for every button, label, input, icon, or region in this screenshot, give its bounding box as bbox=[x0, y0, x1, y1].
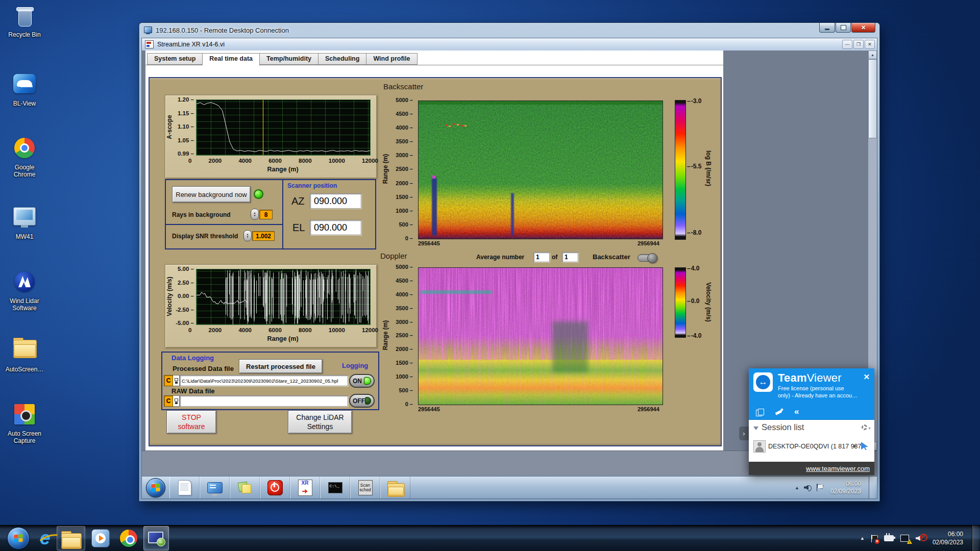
remote-taskbar-notepad[interactable] bbox=[169, 477, 200, 498]
collapse-chevrons-icon[interactable]: « bbox=[794, 408, 799, 415]
remote-taskbar-shutdown[interactable] bbox=[260, 477, 290, 498]
teamviewer-collapse-handle[interactable]: › bbox=[739, 427, 749, 440]
desktop-icon-mw41[interactable]: MW41 bbox=[0, 204, 49, 240]
remote-start-button[interactable] bbox=[142, 477, 169, 498]
app-restore-button[interactable]: ❐ bbox=[853, 40, 864, 49]
desktop-icon-recycle-bin[interactable]: Recycle Bin bbox=[0, 5, 49, 38]
processed-data-file-label: Processed Data file bbox=[173, 365, 234, 372]
average-number-label: Average number bbox=[476, 254, 524, 261]
remote-speaker-icon[interactable] bbox=[804, 484, 812, 491]
host-network-warning-icon[interactable]: ! bbox=[900, 535, 909, 542]
teamviewer-link[interactable]: www.teamviewer.com bbox=[806, 465, 870, 472]
desktop-icon-wind-lidar[interactable]: Wind Lidar Software bbox=[0, 269, 49, 312]
remote-taskbar-display-settings[interactable] bbox=[200, 477, 230, 498]
backscatter-y-ticks: 5000450040003500300025002000150010005000 bbox=[393, 97, 413, 241]
remote-taskbar-explorer[interactable] bbox=[380, 477, 410, 498]
raw-drive-box[interactable]: C bbox=[164, 395, 173, 407]
host-taskbar-internet-explorer[interactable]: e bbox=[36, 527, 55, 550]
host-speaker-muted-icon[interactable] bbox=[916, 535, 924, 542]
app-minimize-button[interactable]: — bbox=[842, 40, 852, 49]
processed-logging-toggle[interactable]: ON bbox=[349, 374, 375, 388]
cmd-icon-text: C:\_ bbox=[330, 484, 339, 488]
streamline-titlebar[interactable]: StreamLine XR v14-6.vi — ❐ ✕ bbox=[142, 38, 877, 51]
gear-icon[interactable] bbox=[862, 424, 867, 430]
raw-path-browse-icon[interactable] bbox=[173, 395, 180, 407]
desktop-icon-auto-screen-capture[interactable]: Auto Screen Capture bbox=[0, 402, 49, 444]
remote-show-desktop-button[interactable] bbox=[869, 477, 875, 498]
change-lidar-settings-button[interactable]: Change LiDAR Settings bbox=[288, 410, 352, 434]
mw41-icon bbox=[12, 207, 37, 232]
rays-value-field[interactable]: 8 bbox=[259, 210, 273, 219]
scrollbar-thumb[interactable] bbox=[868, 59, 877, 138]
maximize-button[interactable] bbox=[836, 23, 851, 33]
remote-clock[interactable]: 06:00 02/09/2023 bbox=[827, 480, 864, 495]
tab-system-setup[interactable]: System setup bbox=[147, 53, 203, 65]
session-copy-icon[interactable] bbox=[756, 409, 764, 415]
tab-wind-profile[interactable]: Wind profile bbox=[366, 53, 417, 65]
host-clock[interactable]: 06:00 02/09/2023 bbox=[930, 530, 965, 546]
restart-processed-file-button[interactable]: Restart processed file bbox=[239, 359, 323, 373]
host-power-plug-icon[interactable] bbox=[884, 535, 894, 541]
ascope-cursor-line[interactable] bbox=[263, 100, 263, 155]
tab-scheduling[interactable]: Scheduling bbox=[318, 53, 366, 65]
session-entry-dropdown-icon[interactable]: ▼ bbox=[852, 444, 857, 449]
of-total-field[interactable]: 1 bbox=[562, 252, 578, 262]
desktop-icon-label: AutoScreen… bbox=[0, 366, 49, 373]
snr-threshold-label: Display SNR threshold bbox=[172, 233, 238, 240]
host-taskbar-chrome[interactable] bbox=[116, 527, 141, 550]
teamviewer-license-text: Free license (personal use only) - Alrea… bbox=[778, 385, 857, 399]
tab-real-time-data[interactable]: Real time data bbox=[203, 53, 260, 66]
host-start-button[interactable] bbox=[3, 527, 34, 550]
teamviewer-close-icon[interactable]: ✕ bbox=[863, 372, 870, 382]
raw-logging-toggle[interactable]: OFF bbox=[349, 394, 375, 408]
remote-taskbar-sticky-notes[interactable] bbox=[230, 477, 260, 498]
minimize-button[interactable] bbox=[819, 23, 835, 33]
gear-dropdown-icon[interactable]: ▼ bbox=[868, 427, 871, 430]
renew-background-button[interactable]: Renew background now bbox=[172, 186, 251, 203]
close-button[interactable]: ✕ bbox=[851, 23, 875, 33]
processed-path-browse-icon[interactable] bbox=[173, 375, 180, 386]
processed-path-field[interactable]: C:\Lidar\Data\Proc\2023\202309\20230902\… bbox=[180, 375, 348, 386]
velocity-y-axis-label: Velocity (m/s) bbox=[166, 271, 173, 322]
backscatter-title: Backscatter bbox=[383, 82, 423, 91]
snr-spinner[interactable]: ▲▼ bbox=[243, 230, 252, 241]
backscatter-toggle-switch[interactable] bbox=[638, 254, 657, 262]
rays-spinner[interactable]: ▲▼ bbox=[251, 209, 259, 220]
snr-value-field[interactable]: 1.002 bbox=[252, 231, 275, 241]
remote-action-center-icon[interactable] bbox=[817, 484, 823, 491]
remote-taskbar-command-prompt[interactable]: C:\_ bbox=[320, 477, 350, 498]
raw-path-field[interactable] bbox=[180, 395, 348, 407]
remote-hidden-icons-arrow[interactable]: ▲ bbox=[795, 485, 799, 490]
whiteboard-brush-icon[interactable] bbox=[775, 408, 783, 415]
remote-taskbar-streamline-xr[interactable]: XR bbox=[290, 477, 320, 498]
host-taskbar-remote-desktop[interactable]: ↔ bbox=[143, 526, 169, 550]
tick-label: 0 bbox=[188, 327, 191, 333]
folder-icon bbox=[12, 340, 37, 364]
az-value-field[interactable]: 090.000 bbox=[310, 193, 361, 209]
tick-label: 3500 bbox=[393, 305, 413, 311]
session-entry[interactable]: DESKTOP-OE0QDVI (1 817 937 bbox=[768, 443, 862, 450]
host-show-desktop-button[interactable] bbox=[972, 525, 979, 551]
tab-temp-humidity[interactable]: Temp/humidity bbox=[260, 53, 318, 65]
ascope-x-axis-label: Range (m) bbox=[196, 166, 370, 173]
desktop-icon-bl-view[interactable]: BL-View bbox=[0, 71, 49, 107]
processed-drive-box[interactable]: C bbox=[164, 375, 173, 386]
desktop-icon-google-chrome[interactable]: Google Chrome bbox=[0, 136, 49, 178]
average-number-field[interactable]: 1 bbox=[533, 252, 550, 262]
remote-taskbar-scan-scheduler[interactable]: Scan sched bbox=[350, 477, 380, 498]
tick-label: 5000 bbox=[393, 97, 413, 103]
el-value-field[interactable]: 090.000 bbox=[310, 220, 361, 235]
app-close-button[interactable]: ✕ bbox=[865, 40, 875, 49]
host-taskbar-media-player[interactable] bbox=[87, 527, 114, 550]
stop-software-button[interactable]: STOP software bbox=[166, 410, 216, 434]
tick-label: 4500 bbox=[393, 111, 413, 117]
scroll-up-arrow[interactable]: ▲ bbox=[868, 51, 877, 59]
host-taskbar-explorer[interactable] bbox=[57, 526, 85, 550]
velocity-x-axis-label: Range (m) bbox=[196, 335, 370, 342]
background-status-led bbox=[254, 189, 263, 199]
host-hidden-icons-arrow[interactable]: ▲ bbox=[860, 536, 865, 541]
session-list-expand-icon[interactable] bbox=[753, 427, 758, 430]
desktop-icon-autoscreen[interactable]: AutoScreen… bbox=[0, 336, 49, 373]
rdp-titlebar[interactable]: 192.168.0.150 - Remote Desktop Connectio… bbox=[139, 23, 879, 38]
host-action-center-icon[interactable]: ✕ bbox=[871, 535, 877, 542]
